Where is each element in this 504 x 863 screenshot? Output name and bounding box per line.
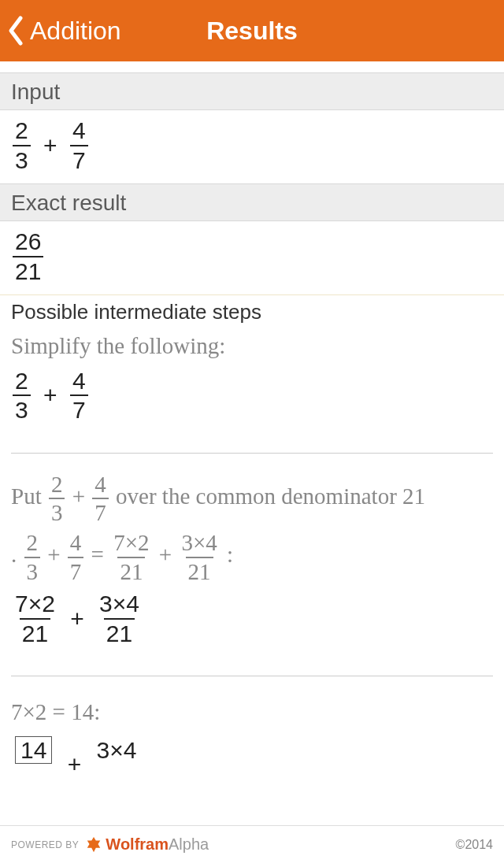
step-result: 7×221 + 3×421 bbox=[11, 591, 493, 646]
back-button[interactable]: Addition bbox=[0, 0, 121, 61]
step-block: Put 23 + 47 over the common denominator … bbox=[0, 469, 504, 665]
step-result: 23 + 47 bbox=[11, 369, 493, 423]
step-result: 14 21 + 3×4 21 bbox=[11, 736, 493, 794]
wolfram-alpha-logo[interactable]: WolframAlpha bbox=[85, 835, 209, 854]
step-text: Put 23 + 47 over the common denominator … bbox=[11, 472, 493, 525]
section-header-input: Input bbox=[0, 72, 504, 110]
chevron-left-icon bbox=[6, 15, 25, 46]
step-text: 7×2 = 14: bbox=[11, 695, 493, 730]
nav-bar: Addition Results bbox=[0, 0, 504, 61]
copyright: ©2014 bbox=[456, 838, 493, 852]
fraction: 4 7 bbox=[70, 118, 88, 172]
input-pod: 2 3 + 4 7 bbox=[0, 110, 504, 183]
svg-marker-0 bbox=[87, 836, 101, 851]
exact-result-pod: 26 21 bbox=[0, 221, 504, 294]
powered-by-label: POWERED BY bbox=[11, 839, 79, 850]
step-block: 7×2 = 14: 14 21 + 3×4 21 bbox=[0, 692, 504, 813]
back-label: Addition bbox=[30, 17, 121, 46]
fraction: 26 21 bbox=[13, 229, 43, 283]
step-separator bbox=[11, 453, 493, 454]
section-header-steps: Possible intermediate steps bbox=[0, 294, 504, 326]
footer: POWERED BY WolframAlpha ©2014 bbox=[0, 825, 504, 863]
plus-operator: + bbox=[39, 132, 62, 159]
fraction: 2 3 bbox=[13, 118, 31, 172]
wolfram-icon bbox=[85, 836, 102, 854]
step-text: . 23 + 47 = 7×221 + 3×421 : bbox=[11, 531, 493, 583]
step-block: Simplify the following: 23 + 47 bbox=[0, 326, 504, 442]
step-text: Simplify the following: bbox=[11, 329, 493, 364]
section-header-exact: Exact result bbox=[0, 183, 504, 221]
step-separator bbox=[11, 676, 493, 676]
boxed-result: 14 bbox=[15, 736, 52, 765]
content-scroll[interactable]: Input 2 3 + 4 7 Exact result 26 21 Possi… bbox=[0, 61, 504, 825]
